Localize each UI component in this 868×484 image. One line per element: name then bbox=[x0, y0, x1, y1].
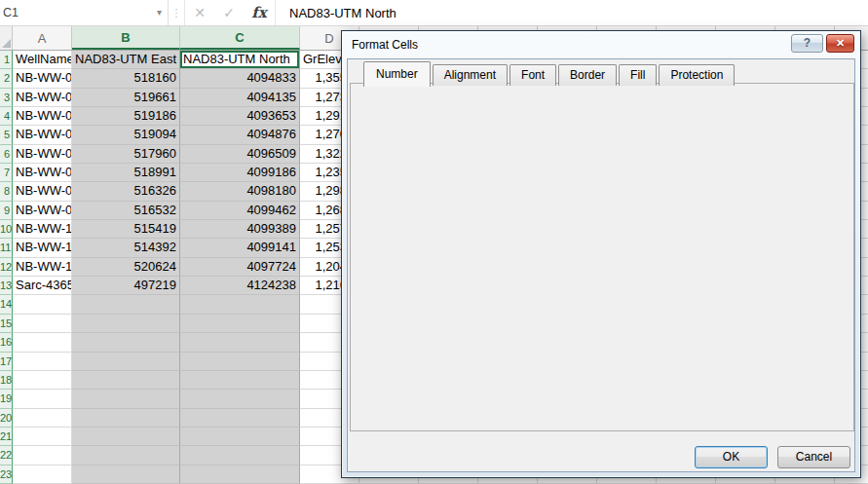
tab-alignment[interactable]: Alignment bbox=[433, 64, 508, 86]
row-header-8[interactable]: 8 bbox=[0, 182, 13, 201]
enter-entry-icon[interactable]: ✓ bbox=[214, 5, 244, 20]
cell-C20[interactable] bbox=[180, 409, 300, 428]
cell-B4[interactable]: 519186 bbox=[72, 107, 180, 126]
cell-A14[interactable] bbox=[13, 295, 72, 314]
cell-B8[interactable]: 516326 bbox=[72, 182, 180, 201]
cell-C10[interactable]: 4099389 bbox=[180, 220, 300, 239]
cell-B12[interactable]: 520624 bbox=[72, 258, 180, 277]
cell-B9[interactable]: 516532 bbox=[72, 202, 180, 220]
cell-A18[interactable] bbox=[13, 371, 72, 390]
cancel-entry-icon[interactable]: ✕ bbox=[185, 5, 214, 20]
cell-A13[interactable]: Sarc-4365 bbox=[13, 277, 72, 295]
row-header-10[interactable]: 10 bbox=[0, 220, 13, 239]
cell-B1[interactable]: NAD83-UTM East bbox=[72, 51, 180, 69]
insert-function-icon[interactable]: fx bbox=[244, 4, 275, 21]
cell-B11[interactable]: 514392 bbox=[72, 239, 180, 257]
select-all-corner[interactable] bbox=[0, 26, 13, 50]
cell-B19[interactable] bbox=[72, 390, 180, 408]
cell-C17[interactable] bbox=[180, 353, 300, 371]
row-header-7[interactable]: 7 bbox=[0, 164, 13, 182]
cell-A9[interactable]: NB-WW-0 bbox=[13, 202, 72, 220]
cell-B7[interactable]: 518991 bbox=[72, 164, 180, 182]
cell-B2[interactable]: 518160 bbox=[72, 69, 180, 88]
cell-B5[interactable]: 519094 bbox=[72, 126, 180, 144]
cell-A2[interactable]: NB-WW-0 bbox=[13, 69, 72, 88]
row-header-5[interactable]: 5 bbox=[0, 126, 13, 144]
row-header-19[interactable]: 19 bbox=[0, 390, 13, 408]
row-header-21[interactable]: 21 bbox=[0, 428, 13, 446]
cell-A20[interactable] bbox=[13, 409, 72, 428]
cell-B3[interactable]: 519661 bbox=[72, 89, 180, 107]
cell-C6[interactable]: 4096509 bbox=[180, 145, 300, 164]
row-header-18[interactable]: 18 bbox=[0, 371, 13, 390]
row-header-20[interactable]: 20 bbox=[0, 409, 13, 428]
help-button[interactable]: ? bbox=[791, 34, 823, 53]
row-header-17[interactable]: 17 bbox=[0, 353, 13, 371]
tab-border[interactable]: Border bbox=[558, 64, 617, 86]
cell-C12[interactable]: 4097724 bbox=[180, 258, 300, 277]
row-header-11[interactable]: 11 bbox=[0, 239, 13, 257]
cell-C19[interactable] bbox=[180, 390, 300, 408]
cell-A3[interactable]: NB-WW-0 bbox=[13, 89, 72, 107]
cell-C8[interactable]: 4098180 bbox=[180, 182, 300, 201]
cell-C22[interactable] bbox=[180, 446, 300, 465]
cell-C1[interactable]: NAD83-UTM North bbox=[180, 51, 300, 69]
cell-A5[interactable]: NB-WW-0 bbox=[13, 126, 72, 144]
cell-B13[interactable]: 497219 bbox=[72, 277, 180, 295]
cell-B6[interactable]: 517960 bbox=[72, 145, 180, 164]
column-header-C[interactable]: C bbox=[180, 26, 300, 50]
cell-C3[interactable]: 4094135 bbox=[180, 89, 300, 107]
cell-A1[interactable]: WellName bbox=[13, 51, 72, 69]
row-header-22[interactable]: 22 bbox=[0, 446, 13, 465]
row-header-9[interactable]: 9 bbox=[0, 202, 13, 220]
cell-C11[interactable]: 4099141 bbox=[180, 239, 300, 257]
cell-C16[interactable] bbox=[180, 333, 300, 352]
row-header-23[interactable]: 23 bbox=[0, 465, 13, 484]
cell-A19[interactable] bbox=[13, 390, 72, 408]
cell-C2[interactable]: 4094833 bbox=[180, 69, 300, 88]
formula-input[interactable]: NAD83-UTM North bbox=[276, 6, 396, 20]
cell-A6[interactable]: NB-WW-0 bbox=[13, 145, 72, 164]
tab-fill[interactable]: Fill bbox=[619, 64, 657, 86]
name-box-dropdown-icon[interactable]: ▾ bbox=[157, 7, 162, 18]
cell-B18[interactable] bbox=[72, 371, 180, 390]
cell-B23[interactable] bbox=[72, 465, 180, 484]
close-button[interactable]: ✕ bbox=[826, 34, 854, 53]
row-header-6[interactable]: 6 bbox=[0, 145, 13, 164]
cell-C15[interactable] bbox=[180, 315, 300, 333]
row-header-15[interactable]: 15 bbox=[0, 315, 13, 333]
cell-C18[interactable] bbox=[180, 371, 300, 390]
cell-C4[interactable]: 4093653 bbox=[180, 107, 300, 126]
cell-A11[interactable]: NB-WW-1 bbox=[13, 239, 72, 257]
cell-B15[interactable] bbox=[72, 315, 180, 333]
cell-A4[interactable]: NB-WW-0 bbox=[13, 107, 72, 126]
cell-A22[interactable] bbox=[13, 446, 72, 465]
cell-A7[interactable]: NB-WW-0 bbox=[13, 164, 72, 182]
row-header-13[interactable]: 13 bbox=[0, 277, 13, 295]
cell-C13[interactable]: 4124238 bbox=[180, 277, 300, 295]
cell-C9[interactable]: 4099462 bbox=[180, 202, 300, 220]
cell-A16[interactable] bbox=[13, 333, 72, 352]
cell-A15[interactable] bbox=[13, 315, 72, 333]
cell-A21[interactable] bbox=[13, 428, 72, 446]
cell-B21[interactable] bbox=[72, 428, 180, 446]
cell-C5[interactable]: 4094876 bbox=[180, 126, 300, 144]
name-box[interactable]: C1 ▾ bbox=[0, 0, 169, 25]
cell-B22[interactable] bbox=[72, 446, 180, 465]
row-header-3[interactable]: 3 bbox=[0, 89, 13, 107]
column-header-B[interactable]: B bbox=[72, 26, 180, 50]
cell-C23[interactable] bbox=[180, 465, 300, 484]
cell-B10[interactable]: 515419 bbox=[72, 220, 180, 239]
tab-font[interactable]: Font bbox=[509, 64, 556, 86]
cell-B14[interactable] bbox=[72, 295, 180, 314]
cell-A8[interactable]: NB-WW-0 bbox=[13, 182, 72, 201]
row-header-14[interactable]: 14 bbox=[0, 295, 13, 314]
column-header-A[interactable]: A bbox=[13, 26, 72, 50]
cancel-button[interactable]: Cancel bbox=[777, 446, 850, 468]
row-header-2[interactable]: 2 bbox=[0, 69, 13, 88]
row-header-4[interactable]: 4 bbox=[0, 107, 13, 126]
cell-B16[interactable] bbox=[72, 333, 180, 352]
row-header-1[interactable]: 1 bbox=[0, 51, 13, 69]
cell-B20[interactable] bbox=[72, 409, 180, 428]
cell-C14[interactable] bbox=[180, 295, 300, 314]
